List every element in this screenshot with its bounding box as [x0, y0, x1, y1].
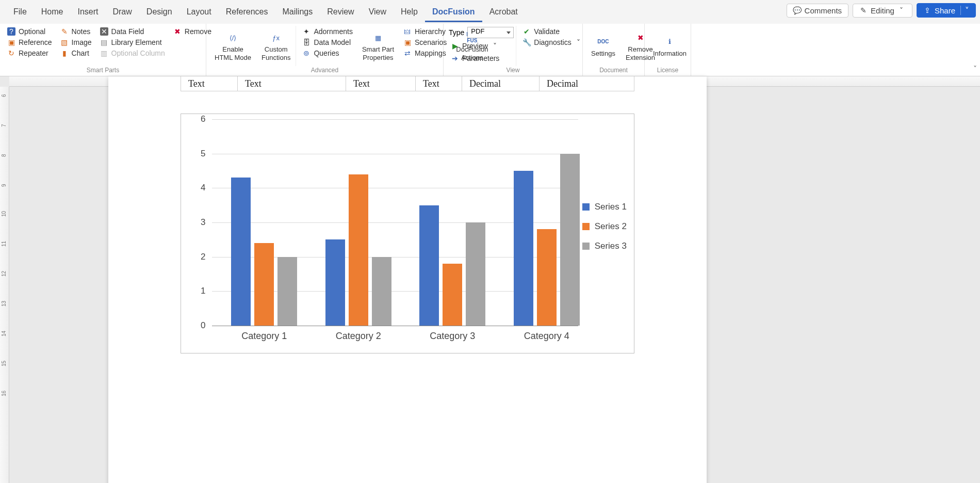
group-label-document: Document — [586, 66, 641, 75]
remove-icon: ✖ — [173, 27, 182, 36]
queries-icon: ⊚ — [302, 49, 311, 57]
chevron-down-icon: ˅ — [491, 42, 499, 50]
chevron-down-icon: ˅ — [897, 6, 906, 14]
reference-button[interactable]: ▣ Reference — [5, 38, 54, 47]
ribbon: ? Optional ▣ Reference ↻ Repeater ✎ Note… — [0, 24, 980, 76]
vertical-ruler[interactable]: 678910111213141516 — [0, 87, 9, 483]
image-button[interactable]: ▧ Image — [58, 38, 94, 47]
group-label-advanced: Advanced — [209, 66, 440, 75]
tab-insert[interactable]: Insert — [70, 2, 105, 22]
chart-icon: ▮ — [60, 49, 69, 57]
legend-item: Series 3 — [582, 241, 627, 251]
tab-view[interactable]: View — [362, 2, 394, 22]
enable-html-mode-button[interactable]: ⟨/⟩ Enable HTML Mode — [209, 26, 256, 66]
notes-button[interactable]: ✎ Notes — [58, 27, 94, 36]
tab-design[interactable]: Design — [139, 2, 179, 22]
queries-button[interactable]: ⊚ Queries — [300, 49, 354, 58]
validate-button[interactable]: ✔ Validate — [520, 27, 584, 36]
library-element-button[interactable]: ▤ Library Element — [98, 38, 167, 47]
y-tick-label: 4 — [201, 183, 205, 193]
smart-part-properties-button[interactable]: ▦ Smart Part Properties — [357, 26, 399, 66]
tab-help[interactable]: Help — [394, 2, 425, 22]
y-tick-label: 2 — [201, 252, 205, 262]
tab-references[interactable]: References — [219, 2, 275, 22]
x-tick-label: Category 4 — [503, 331, 591, 342]
chart-bar — [231, 178, 251, 326]
legend-swatch-icon — [582, 243, 590, 250]
tab-draw[interactable]: Draw — [105, 2, 139, 22]
scenarios-button[interactable]: ▣ Scenarios — [401, 38, 449, 47]
tabs-right-cluster: 💬 Comments ✎ Editing ˅ ⇪ Share ˅ — [787, 3, 976, 18]
adornments-icon: ✦ — [302, 27, 311, 36]
group-label-smart-parts: Smart Parts — [3, 66, 203, 75]
type-label: Type — [449, 28, 464, 37]
tab-docfusion[interactable]: DocFusion — [425, 2, 482, 22]
table-cell[interactable]: Text — [238, 76, 346, 91]
legend-label: Series 2 — [595, 221, 627, 232]
type-select[interactable]: PDF — [467, 27, 514, 38]
menu-tabs: FileHomeInsertDrawDesignLayoutReferences… — [0, 0, 980, 24]
chart-button[interactable]: ▮ Chart — [58, 49, 94, 58]
ribbon-group-advanced: ⟨/⟩ Enable HTML Mode ƒx Custom Functions… — [206, 24, 444, 76]
table-cell[interactable]: Text — [181, 76, 238, 91]
tab-acrobat[interactable]: Acrobat — [482, 2, 525, 22]
information-button[interactable]: ℹ Information — [648, 26, 692, 66]
legend-item: Series 1 — [582, 202, 627, 212]
tab-mailings[interactable]: Mailings — [275, 2, 320, 22]
tab-review[interactable]: Review — [320, 2, 361, 22]
arrow-right-icon: ➔ — [451, 54, 459, 62]
workspace: 123456789101112131415 678910111213141516… — [0, 76, 980, 483]
tab-home[interactable]: Home — [34, 2, 71, 22]
diagnostics-button[interactable]: 🔧 Diagnostics ˅ — [520, 38, 584, 47]
legend-swatch-icon — [582, 203, 590, 211]
info-icon: ℹ — [661, 34, 679, 50]
table-cell[interactable]: Decimal — [540, 76, 625, 91]
column-icon: ▥ — [100, 49, 108, 57]
tab-layout[interactable]: Layout — [179, 2, 219, 22]
chart-bar — [443, 264, 462, 326]
x-tick-label: Category 1 — [220, 331, 308, 342]
chart-bar — [537, 229, 557, 326]
comments-button[interactable]: 💬 Comments — [787, 4, 849, 18]
parameters-button[interactable]: ➔ Parameters — [449, 54, 514, 63]
data-model-button[interactable]: 🗄 Data Model — [300, 38, 354, 47]
optional-column-button[interactable]: ▥ Optional Column — [98, 49, 167, 58]
table-cell[interactable]: Decimal — [462, 76, 540, 91]
comment-icon: 💬 — [793, 6, 802, 14]
preview-button[interactable]: ▶ Preview ˅ — [449, 41, 514, 51]
hierarchy-button[interactable]: 🜲 Hierarchy — [401, 27, 449, 36]
reference-icon: ▣ — [7, 38, 15, 46]
mappings-button[interactable]: ⇄ Mappings — [401, 49, 449, 58]
legend-item: Series 2 — [582, 221, 627, 232]
settings-button[interactable]: DOC Settings — [586, 26, 620, 66]
comments-label: Comments — [805, 6, 842, 15]
share-button[interactable]: ⇪ Share ˅ — [917, 3, 976, 18]
embedded-chart[interactable]: 0123456 Series 1Series 2Series 3 Categor… — [181, 114, 634, 353]
x-tick-label: Category 3 — [409, 331, 496, 342]
y-tick-label: 1 — [201, 286, 205, 296]
settings-icon: DOC — [594, 34, 612, 50]
data-field-button[interactable]: ✕ Data Field — [98, 27, 167, 36]
chart-bar — [325, 239, 345, 326]
repeater-button[interactable]: ↻ Repeater — [5, 49, 54, 58]
chart-bar — [560, 154, 580, 326]
y-tick-label: 5 — [201, 149, 205, 159]
legend-swatch-icon — [582, 223, 590, 230]
ribbon-collapse-toggle[interactable]: ˅ — [973, 65, 977, 73]
chart-bar — [254, 243, 274, 326]
html-icon: ⟨/⟩ — [224, 30, 242, 45]
pencil-icon: ✎ — [60, 27, 69, 36]
editing-mode-button[interactable]: ✎ Editing ˅ — [853, 4, 912, 18]
tab-file[interactable]: File — [6, 2, 34, 22]
document-page: TextTextTextTextDecimalDecimal 0123456 S… — [108, 76, 707, 483]
table-cell[interactable]: Text — [416, 76, 462, 91]
custom-functions-button[interactable]: ƒx Custom Functions — [256, 26, 296, 66]
chart-bar — [277, 257, 297, 326]
play-icon: ▶ — [451, 42, 459, 50]
adornments-button[interactable]: ✦ Adornments — [300, 27, 354, 36]
table-cell[interactable]: Text — [346, 76, 416, 91]
optional-button[interactable]: ? Optional — [5, 27, 54, 36]
chevron-down-icon: ˅ — [575, 38, 583, 46]
y-tick-label: 3 — [201, 217, 205, 228]
y-tick-label: 6 — [201, 114, 205, 124]
